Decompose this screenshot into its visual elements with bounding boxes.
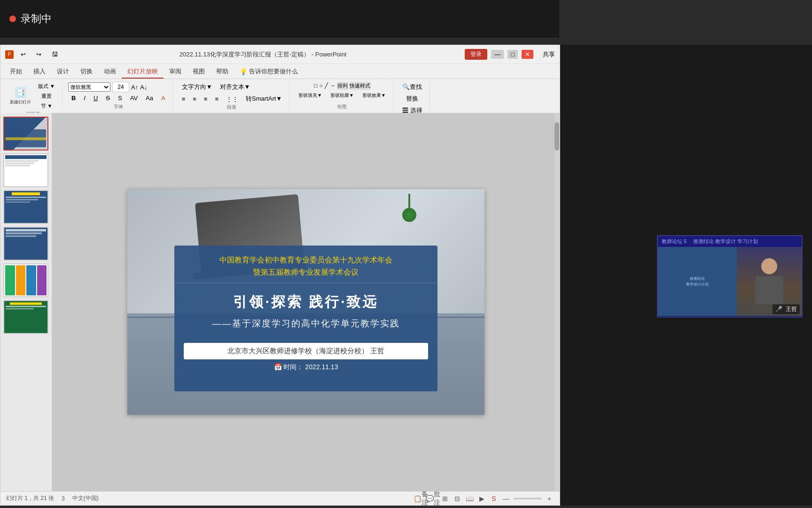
share-label[interactable]: 共享	[543, 50, 555, 59]
drawing-group-content: □ ○ ╱ → 排列 快速样式 形状填充▼ 形状轮廓▼ 形状效果▼	[295, 82, 389, 103]
shape-fill-btn[interactable]: 形状填充▼	[295, 91, 325, 100]
slide-thumb-6[interactable]	[3, 300, 48, 334]
slide-main-box: 中国教育学会初中教育专业委员会第十九次学术年会 暨第五届教师专业发展学术会议 引…	[174, 246, 437, 391]
notes-btn[interactable]: 📋 备注	[416, 494, 425, 503]
columns-btn[interactable]: ⋮⋮	[223, 94, 242, 104]
quick-styles-btn[interactable]: 快速样式	[349, 82, 371, 90]
comments-btn[interactable]: 💬 批注	[428, 494, 437, 503]
person-head	[761, 258, 777, 274]
close-btn[interactable]: ✕	[522, 50, 533, 59]
tab-slideshow[interactable]: 幻灯片放映	[122, 65, 164, 79]
underline-btn[interactable]: U	[90, 94, 101, 103]
slide-subtitle: ——基于深度学习的高中化学单元教学实践	[184, 318, 428, 330]
convert-smartart-btn[interactable]: 转SmartArt▼	[242, 94, 285, 104]
shape-rect[interactable]: □	[313, 82, 318, 90]
undo-btn[interactable]: ↩	[17, 50, 29, 59]
font-label: 字体	[114, 103, 123, 110]
tab-design[interactable]: 设计	[51, 65, 75, 79]
slide-thumb-3[interactable]	[3, 190, 48, 224]
new-slide-icon: 📑	[15, 87, 26, 98]
text-align-btn[interactable]: 对齐文本▼	[217, 82, 254, 92]
notes-icon: 📋	[414, 495, 422, 502]
canvas-scrollbar[interactable]	[553, 113, 560, 491]
font-family-select[interactable]: 微软雅黑	[68, 82, 110, 92]
font-row1: 微软雅黑 A↑ A↓	[68, 82, 147, 92]
maximize-btn[interactable]: □	[508, 50, 518, 59]
scrollbar-thumb[interactable]	[554, 122, 559, 151]
decrease-font-btn[interactable]: A↓	[140, 84, 147, 91]
text-dir-btn[interactable]: 文字方向▼	[179, 82, 216, 92]
zoom-slider[interactable]	[514, 498, 542, 500]
webcam-video: 🎤 王哲	[737, 247, 802, 316]
slide-thumb-5[interactable]	[3, 263, 48, 297]
font-size-input[interactable]	[112, 82, 129, 92]
arrange-btn[interactable]: 排列	[337, 82, 348, 90]
person-body	[755, 276, 783, 304]
quick-save-btn[interactable]: 🖫	[48, 50, 61, 59]
thumb5-inner	[4, 264, 47, 296]
para-row2: ≡ ≡ ≡ ≡ ⋮⋮ 转SmartArt▼	[179, 94, 286, 104]
paragraph-label: 段落	[227, 104, 236, 111]
reading-view-btn[interactable]: 📖	[465, 494, 474, 503]
date-label: 时间：	[283, 363, 303, 371]
slide-sorter-btn[interactable]: ⊟	[453, 494, 462, 503]
font-group-content: 微软雅黑 A↑ A↓ B I U S S AV Aa A	[68, 82, 169, 103]
redo-btn[interactable]: ↪	[33, 50, 45, 59]
title-bar-right: 登录 — □ ✕ 共享	[465, 49, 555, 60]
comment-icon: 💬	[426, 495, 434, 502]
login-button[interactable]: 登录	[465, 49, 487, 60]
font-row2: B I U S S AV Aa A	[68, 94, 169, 103]
zoom-out-btn[interactable]: —	[501, 494, 511, 503]
minimize-btn[interactable]: —	[491, 50, 504, 59]
slideshow-btn[interactable]: ▶	[477, 494, 486, 503]
shape-arrow[interactable]: →	[329, 82, 336, 90]
slide-thumb-4[interactable]	[3, 227, 48, 261]
zoom-in-btn[interactable]: +	[545, 494, 554, 503]
tab-view[interactable]: 视图	[187, 65, 211, 79]
slides-group-content: 📑 新建幻灯片 版式 ▼ 重置 节 ▼	[8, 82, 58, 111]
replace-btn[interactable]: 替换	[403, 94, 422, 104]
slide-thumb-1[interactable]	[3, 117, 48, 151]
tab-search[interactable]: 💡 告诉你想要做什么	[234, 65, 304, 79]
shape-format-row: 形状填充▼ 形状轮廓▼ 形状效果▼	[295, 91, 389, 100]
tab-transitions[interactable]: 切换	[75, 65, 98, 79]
slide-header-text: 中国教育学会初中教育专业委员会第十九次学术年会 暨第五届教师专业发展学术会议	[184, 254, 428, 278]
shape-outline-btn[interactable]: 形状轮廓▼	[327, 91, 357, 100]
font-case-btn[interactable]: Aa	[142, 94, 156, 103]
webcam-name-label: 🎤 王哲	[773, 304, 800, 314]
align-left-btn[interactable]: ≡	[179, 94, 189, 104]
increase-font-btn[interactable]: A↑	[131, 84, 138, 91]
select-btn[interactable]: ☰ 选择	[399, 105, 426, 113]
plant-decoration	[400, 194, 419, 231]
shape-effect-btn[interactable]: 形状效果▼	[359, 91, 389, 100]
shape-line[interactable]: ╱	[324, 82, 328, 90]
align-center-btn[interactable]: ≡	[189, 94, 200, 104]
font-color-btn[interactable]: A	[158, 94, 169, 103]
ribbon-group-editing: 🔍查找 替换 ☰ 选择 编辑	[395, 81, 430, 111]
thumb6-inner	[4, 301, 47, 333]
char-spacing-btn[interactable]: AV	[127, 94, 141, 103]
tab-home[interactable]: 开始	[4, 65, 28, 79]
new-slide-button[interactable]: 📑 新建幻灯片	[8, 86, 33, 106]
window-title: 2022.11.13化学深度学习阶段汇报（王哲-定稿） - PowerPoint	[180, 50, 346, 59]
lightbulb-icon: 💡	[240, 68, 247, 75]
shadow-btn[interactable]: S	[115, 94, 125, 103]
tab-insert[interactable]: 插入	[28, 65, 51, 79]
slide-thumb-2[interactable]	[3, 153, 48, 187]
language-indicator: 中文(中国)	[72, 494, 99, 502]
find-btn[interactable]: 🔍查找	[399, 82, 425, 92]
ppt-window: P ↩ ↪ 🖫 2022.11.13化学深度学习阶段汇报（王哲-定稿） - Po…	[0, 45, 560, 506]
tab-animations[interactable]: 动画	[98, 65, 122, 79]
normal-view-btn[interactable]: ⊞	[440, 494, 450, 503]
bold-btn[interactable]: B	[68, 94, 79, 103]
layout-btn[interactable]: 版式 ▼	[35, 82, 58, 91]
tab-review[interactable]: 审阅	[164, 65, 187, 79]
align-justify-btn[interactable]: ≡	[211, 94, 222, 104]
section-btn[interactable]: 节 ▼	[35, 102, 58, 111]
italic-btn[interactable]: I	[80, 94, 89, 103]
strikethrough-btn[interactable]: S	[102, 94, 113, 103]
reset-btn[interactable]: 重置	[35, 92, 58, 101]
tab-help[interactable]: 帮助	[211, 65, 234, 79]
shape-circle[interactable]: ○	[319, 82, 323, 90]
align-right-btn[interactable]: ≡	[201, 94, 211, 104]
